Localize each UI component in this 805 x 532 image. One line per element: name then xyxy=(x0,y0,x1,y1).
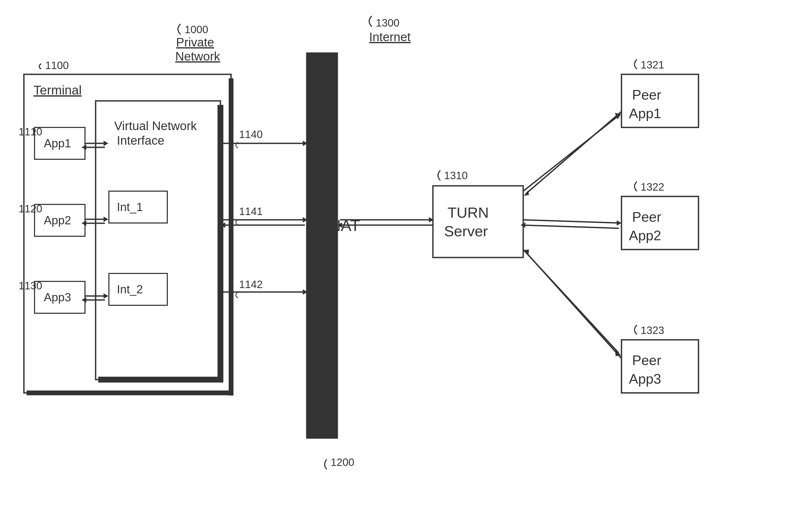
svg-text:Peer: Peer xyxy=(632,87,661,102)
svg-text:Private: Private xyxy=(176,35,214,49)
svg-text:1310: 1310 xyxy=(444,170,468,181)
svg-text:Terminal: Terminal xyxy=(34,83,81,97)
svg-text:1110: 1110 xyxy=(19,126,42,137)
svg-text:1142: 1142 xyxy=(239,279,263,290)
svg-rect-45 xyxy=(433,186,523,258)
diagram-container: Virtual Network Interface App1 App2 App3… xyxy=(0,0,805,532)
svg-text:Internet: Internet xyxy=(369,30,411,44)
svg-text:App2: App2 xyxy=(44,214,71,227)
svg-text:App1: App1 xyxy=(44,137,71,150)
svg-text:1323: 1323 xyxy=(641,324,664,336)
diagram-svg: Virtual Network Interface App1 App2 App3… xyxy=(0,0,805,532)
svg-line-61 xyxy=(523,225,619,228)
svg-text:1300: 1300 xyxy=(376,17,399,29)
svg-text:Peer: Peer xyxy=(632,353,661,368)
svg-rect-19 xyxy=(307,53,337,438)
svg-text:1141: 1141 xyxy=(239,206,263,217)
svg-text:Virtual Network: Virtual Network xyxy=(114,119,197,133)
svg-text:1100: 1100 xyxy=(45,59,69,71)
svg-text:1200: 1200 xyxy=(331,456,354,468)
svg-text:App2: App2 xyxy=(629,228,661,243)
svg-text:1120: 1120 xyxy=(19,203,42,214)
svg-marker-60 xyxy=(617,220,621,226)
svg-text:App1: App1 xyxy=(629,106,661,121)
svg-text:1322: 1322 xyxy=(641,181,664,193)
svg-text:App3: App3 xyxy=(44,291,71,304)
svg-line-65 xyxy=(526,112,621,194)
svg-text:1140: 1140 xyxy=(239,129,263,140)
svg-text:Peer: Peer xyxy=(632,209,661,225)
svg-text:1130: 1130 xyxy=(19,280,42,291)
svg-text:Interface: Interface xyxy=(117,134,164,147)
svg-text:Int_2: Int_2 xyxy=(117,283,143,296)
svg-line-59 xyxy=(523,220,619,223)
svg-text:1321: 1321 xyxy=(641,59,664,71)
svg-text:App3: App3 xyxy=(629,371,661,386)
svg-text:TURN: TURN xyxy=(448,204,489,221)
svg-line-67 xyxy=(526,252,621,358)
svg-text:Network: Network xyxy=(175,50,221,63)
svg-text:1000: 1000 xyxy=(185,24,208,35)
svg-text:Int_1: Int_1 xyxy=(117,201,143,213)
svg-text:Server: Server xyxy=(444,223,488,240)
